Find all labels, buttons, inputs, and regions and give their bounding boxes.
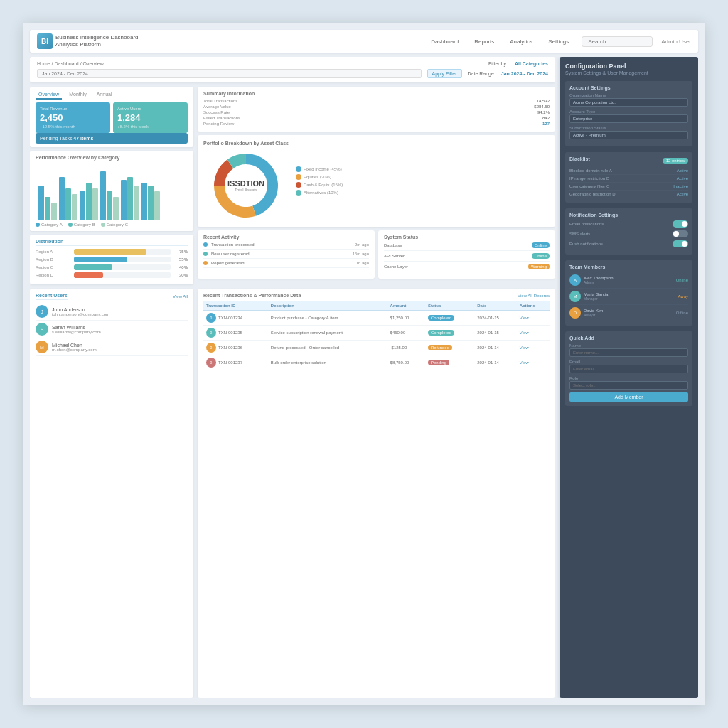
table-cell: 0TXN-001236 — [203, 341, 268, 355]
hbar-track — [74, 264, 171, 270]
donut-wrapper: Portfolio Breakdown by Asset Class ISSDT… — [203, 141, 289, 221]
table-col-header: Transaction ID — [203, 301, 268, 311]
bar-group — [59, 177, 77, 220]
user-list-title: Recent Users — [36, 293, 68, 300]
toggle[interactable] — [673, 220, 688, 228]
add-member-button[interactable]: Add Member — [569, 392, 688, 402]
legend-dot — [36, 223, 40, 227]
form-input[interactable] — [569, 381, 688, 390]
logo-icon: BI — [37, 33, 53, 49]
search-input[interactable] — [582, 36, 653, 47]
rp-toggles: Email notifications SMS alerts Push noti… — [569, 220, 688, 247]
form-input[interactable] — [569, 365, 688, 373]
tab-annual[interactable]: Annual — [94, 90, 115, 100]
view-all-records[interactable]: View All Records — [518, 294, 550, 298]
user-list-item: M Michael Chen m.chen@company.com — [36, 338, 188, 356]
rp-field-value: Enterprise — [569, 114, 688, 123]
date-filter-input[interactable] — [37, 69, 422, 78]
left-stats: Overview Monthly Annual Total Revenue 2,… — [30, 87, 193, 284]
donut-legend-dot — [296, 190, 301, 196]
table-cell: 0TXN-001237 — [203, 355, 268, 370]
hbar-fill — [74, 272, 103, 278]
table-cell: View — [517, 341, 550, 355]
hbar-title: Distribution — [36, 239, 188, 246]
chart-legend: Category ACategory BCategory C — [36, 223, 188, 227]
stats-card-users: Active Users 1,284 +8.2% this week — [113, 102, 188, 133]
user-info: Michael Chen m.chen@company.com — [52, 343, 188, 352]
hbar-label: Region B — [36, 257, 71, 262]
rp-team-card: Team Members A Alex Thompson Admin Onlin… — [565, 260, 692, 326]
user-name: Sarah Williams — [52, 325, 188, 330]
info-row: Success Rate 94.2% — [203, 110, 550, 114]
rp-account-title: Account Settings — [569, 85, 688, 90]
nav-item-analytics[interactable]: Analytics — [505, 37, 537, 46]
main-table: Transaction IDDescriptionAmountStatusDat… — [203, 301, 550, 370]
list-dot — [203, 242, 208, 247]
donut-legend-dot — [296, 166, 301, 172]
right-panel: Configuration Panel System Settings & Us… — [560, 57, 698, 698]
table-cell: Pending — [425, 355, 474, 370]
action-link[interactable]: View — [520, 331, 529, 335]
person-status: Offline — [676, 311, 688, 315]
bar-chart-visual — [36, 163, 188, 220]
user-name: John Anderson — [52, 307, 188, 312]
user-info: Sarah Williams s.williams@company.com — [52, 325, 188, 334]
status-list: System Status Database Online API Server… — [378, 230, 555, 279]
rp-title: Configuration Panel — [565, 63, 692, 70]
status-item: Database Online — [384, 242, 550, 251]
table-cell: $8,750.00 — [387, 355, 425, 370]
info-row: Average Value $284.50 — [203, 105, 550, 109]
list-item: Transaction processed 2m ago — [203, 242, 369, 250]
bar-group — [38, 186, 57, 220]
rp-blacklist-item: Geographic restriction D Active — [569, 191, 688, 198]
logo: BI Business Intelligence Dashboard Analy… — [37, 33, 139, 49]
bar — [51, 203, 57, 220]
avatar: J — [36, 305, 48, 318]
rp-team-title: Team Members — [569, 264, 688, 269]
rp-blacklist-card: Blacklist 12 entries Blocked domain rule… — [565, 152, 692, 203]
bar — [154, 191, 160, 220]
table-cell: 2024-01-14 — [474, 355, 517, 370]
activity-list: Recent Activity Transaction processed 2m… — [198, 230, 375, 279]
donut-legend-item: Cash & Equiv. (15%) — [296, 182, 343, 188]
filter-section: Home / Dashboard / Overview Filter by: A… — [30, 57, 555, 82]
bar — [59, 177, 65, 220]
table-cell: $450.00 — [387, 326, 425, 341]
tab-overview[interactable]: Overview — [36, 90, 62, 100]
view-all-users[interactable]: View All — [173, 294, 188, 299]
table-cell: Completed — [425, 326, 474, 341]
rp-subtitle: System Settings & User Management — [565, 70, 692, 75]
form-input[interactable] — [569, 348, 688, 357]
table-cell: Completed — [425, 311, 474, 326]
action-link[interactable]: View — [520, 316, 529, 320]
rp-field: Subscription Status Active - Premium — [569, 126, 688, 139]
hbar-track — [74, 249, 171, 255]
toggle[interactable] — [673, 240, 688, 247]
action-link[interactable]: View — [520, 346, 529, 350]
table-cell: View — [517, 326, 550, 341]
rp-toggle-row: Email notifications — [569, 220, 688, 228]
rp-form-fields: Name Email Role — [569, 343, 688, 390]
nav-item-reports[interactable]: Reports — [470, 37, 498, 46]
hbar-val: 55% — [173, 257, 188, 262]
filter-button[interactable]: Apply Filter — [427, 69, 462, 78]
table-col-header: Status — [425, 301, 474, 311]
legend-dot — [68, 223, 73, 227]
hbar-container: Region A 75% Region B 55% Region C 40% R… — [36, 249, 188, 278]
hbar-section: Distribution Region A 75% Region B 55% R… — [30, 235, 193, 284]
hbar-track — [74, 257, 171, 262]
bar-chart: Performance Overview by Category Categor… — [30, 151, 193, 231]
rp-blacklist-badge: 12 entries — [663, 158, 688, 164]
toggle[interactable] — [673, 230, 688, 237]
table-cell: Product purchase - Category A item — [268, 311, 387, 326]
center-panel: Summary Information Total Transactions 1… — [198, 87, 555, 284]
rp-blacklist-title: Blacklist — [569, 156, 590, 161]
action-link[interactable]: View — [520, 360, 529, 365]
top-nav: BI Business Intelligence Dashboard Analy… — [30, 30, 698, 53]
bar — [127, 177, 133, 220]
tab-monthly[interactable]: Monthly — [66, 90, 90, 100]
nav-item-dashboard[interactable]: Dashboard — [427, 37, 463, 46]
user-list-container: J John Anderson john.anderson@company.co… — [36, 303, 188, 356]
table-col-header: Date — [474, 301, 517, 311]
nav-item-settings[interactable]: Settings — [544, 37, 573, 46]
